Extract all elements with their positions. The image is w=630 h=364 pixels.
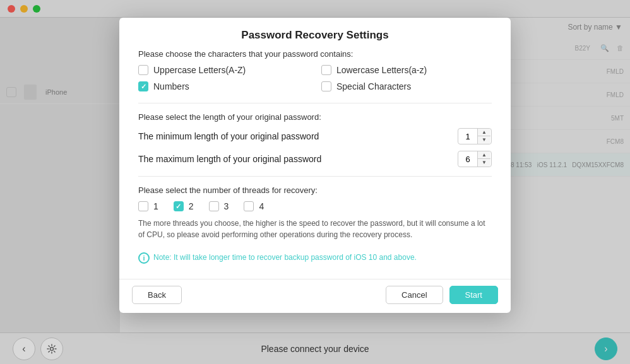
max-arrows: ▲ ▼: [477, 151, 490, 167]
max-length-row: The maximum length of your original pass…: [138, 151, 492, 167]
char-section-label: Please choose the characters that your p…: [138, 49, 492, 59]
numbers-checkbox[interactable]: ✓: [138, 81, 148, 91]
min-down-arrow[interactable]: ▼: [478, 136, 490, 144]
max-spinner[interactable]: ▲ ▼: [458, 151, 492, 167]
length-section-label: Please select the length of your origina…: [138, 112, 492, 122]
max-value[interactable]: [458, 153, 477, 165]
dialog-title: Password Recovery Settings: [119, 18, 511, 49]
min-length-label: The minimum length of your original pass…: [138, 131, 458, 141]
start-button[interactable]: Start: [449, 286, 498, 304]
thread-1-checkbox[interactable]: [138, 201, 148, 211]
max-up-arrow[interactable]: ▲: [478, 151, 490, 159]
thread-2-checkbox[interactable]: ✓: [174, 201, 184, 211]
thread-1-label: 1: [153, 201, 158, 211]
dialog-footer: Back Cancel Start: [119, 279, 511, 313]
lowercase-option[interactable]: Lowercase Letters(a-z): [321, 65, 492, 75]
max-down-arrow[interactable]: ▼: [478, 159, 490, 167]
thread-2-option[interactable]: ✓ 2: [174, 201, 194, 211]
thread-2-label: 2: [189, 201, 194, 211]
dialog-body: Please choose the characters that your p…: [119, 49, 511, 273]
uppercase-label: Uppercase Letters(A-Z): [153, 65, 246, 75]
numbers-label: Numbers: [153, 81, 189, 91]
thread-3-checkbox[interactable]: [209, 201, 219, 211]
thread-4-checkbox[interactable]: [244, 201, 254, 211]
cancel-button[interactable]: Cancel: [386, 286, 443, 304]
lowercase-label: Lowercase Letters(a-z): [336, 65, 427, 75]
special-option[interactable]: Special Characters: [321, 81, 492, 91]
note-row: i Note: It will take longer time to reco…: [138, 247, 492, 273]
thread-3-label: 3: [224, 201, 229, 211]
uppercase-option[interactable]: Uppercase Letters(A-Z): [138, 65, 309, 75]
thread-1-option[interactable]: 1: [138, 201, 158, 211]
min-length-row: The minimum length of your original pass…: [138, 128, 492, 144]
lowercase-checkbox[interactable]: [321, 65, 331, 75]
back-button[interactable]: Back: [132, 286, 182, 304]
info-icon: i: [138, 252, 150, 264]
threads-label: Please select the number of threads for …: [138, 185, 492, 195]
thread-4-label: 4: [259, 201, 264, 211]
max-length-label: The maximum length of your original pass…: [138, 154, 458, 164]
char-options-grid: Uppercase Letters(A-Z) Lowercase Letters…: [138, 65, 492, 91]
thread-4-option[interactable]: 4: [244, 201, 264, 211]
min-arrows: ▲ ▼: [477, 129, 490, 144]
special-label: Special Characters: [336, 81, 411, 91]
special-checkbox[interactable]: [321, 81, 331, 91]
footer-right-buttons: Cancel Start: [386, 286, 498, 304]
min-spinner[interactable]: ▲ ▼: [458, 128, 492, 144]
threads-options: 1 ✓ 2 3 4: [138, 201, 492, 211]
min-value[interactable]: [458, 131, 477, 143]
check-mark: ✓: [141, 83, 146, 91]
thread-3-option[interactable]: 3: [209, 201, 229, 211]
length-section: Please select the length of your origina…: [138, 103, 492, 167]
check-mark: ✓: [175, 203, 181, 211]
min-up-arrow[interactable]: ▲: [478, 129, 490, 136]
password-recovery-dialog: Password Recovery Settings Please choose…: [119, 18, 511, 313]
threads-section: Please select the number of threads for …: [138, 176, 492, 273]
numbers-option[interactable]: ✓ Numbers: [138, 81, 309, 91]
note-text: Note: It will take longer time to recove…: [153, 252, 417, 263]
warning-text: The more threads you choose, the higher …: [138, 218, 492, 240]
uppercase-checkbox[interactable]: [138, 65, 148, 75]
